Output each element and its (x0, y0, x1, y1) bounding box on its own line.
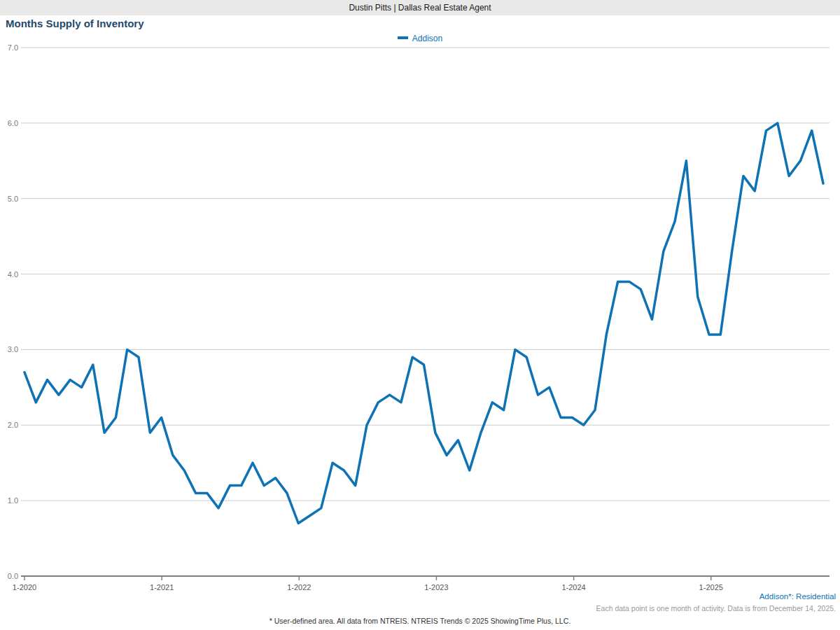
y-tick-label: 3.0 (8, 345, 18, 354)
x-tick-label: 1-2020 (13, 583, 36, 592)
x-tick-label: 1-2023 (424, 583, 448, 592)
x-tick-label: 1-2025 (699, 583, 723, 592)
plot-area: 1-20201-20211-20221-20231-20241-20250.01… (0, 0, 840, 630)
footer-disclaimer: * User-defined area. All data from NTREI… (0, 617, 840, 625)
addison-series-line (24, 123, 823, 524)
y-tick-label: 5.0 (8, 195, 18, 203)
y-tick-label: 4.0 (8, 270, 18, 279)
y-tick-label: 0.0 (8, 572, 18, 580)
footer-area-type: Addison*: Residential (760, 592, 836, 601)
y-tick-label: 1.0 (8, 496, 18, 505)
x-tick-label: 1-2024 (561, 583, 585, 592)
y-tick-label: 7.0 (8, 43, 18, 52)
x-tick-label: 1-2021 (150, 583, 174, 592)
page: Dustin Pitts | Dallas Real Estate Agent … (0, 0, 840, 630)
y-tick-label: 2.0 (8, 421, 18, 429)
x-tick-label: 1-2022 (287, 583, 311, 592)
y-tick-label: 6.0 (8, 119, 18, 127)
footer-data-note: Each data point is one month of activity… (596, 604, 836, 612)
